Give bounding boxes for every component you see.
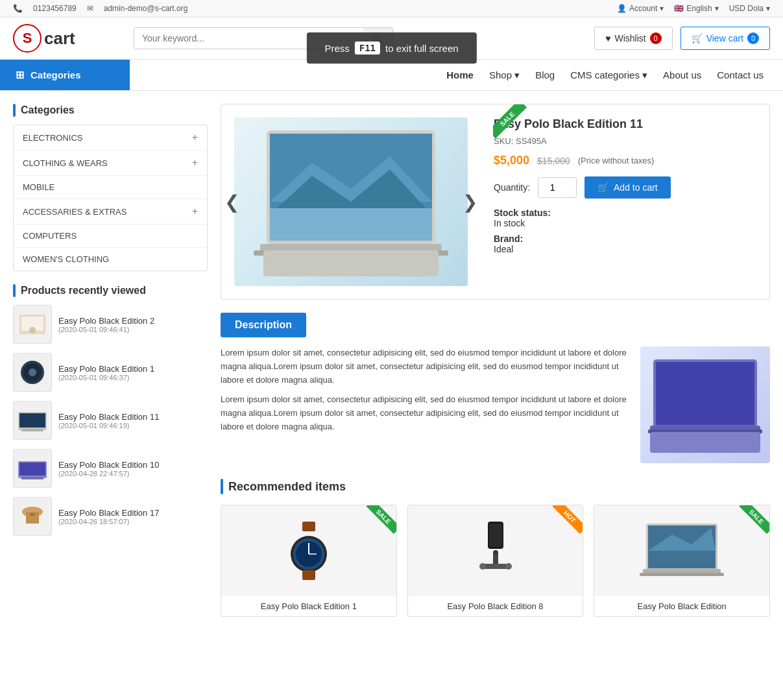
svg-point-2 xyxy=(29,327,36,333)
svg-rect-41 xyxy=(483,564,509,569)
description-image xyxy=(640,346,770,463)
view-cart-button[interactable]: 🛒 View cart 0 xyxy=(681,27,770,50)
cart-label: View cart xyxy=(706,33,743,43)
recent-product-2[interactable]: Easy Polo Black Edition 1 (2020-05-01 09… xyxy=(13,353,208,392)
product-main-image xyxy=(234,117,468,286)
recent-product-3[interactable]: Easy Polo Black Edition 11 (2020-05-01 0… xyxy=(13,401,208,440)
product-area: ❮ xyxy=(221,104,770,617)
account-link[interactable]: 👤 Account ▾ xyxy=(617,4,664,13)
rec-item-name-1: Easy Polo Black Edition 1 xyxy=(221,596,396,616)
product-sku: SKU: SS495A xyxy=(494,136,756,146)
fullscreen-suffix: to exit full screen xyxy=(385,43,459,54)
rec-badge-hot-2: HOT xyxy=(550,505,583,538)
svg-point-43 xyxy=(505,563,512,570)
recent-product-img-1 xyxy=(13,305,52,344)
categories-label: Categories xyxy=(30,69,81,80)
svg-rect-23 xyxy=(263,250,439,276)
top-bar-right: 👤 Account ▾ 🇬🇧 English ▾ USD Dola ▾ xyxy=(617,4,770,13)
fullscreen-overlay: Press F11 to exit full screen xyxy=(306,32,476,64)
logo-text: cart xyxy=(44,29,75,49)
wishlist-button[interactable]: ♥ Wishlist 0 xyxy=(594,27,673,50)
nav-bar: ⊞ Categories Home Shop ▾ Blog CMS catego… xyxy=(0,60,783,91)
categories-button[interactable]: ⊞ Categories xyxy=(0,60,130,90)
description-content: Lorem ipsum dolor sit amet, consectetur … xyxy=(221,346,770,463)
svg-rect-7 xyxy=(19,413,45,428)
cart-icon: 🛒 xyxy=(692,33,703,43)
logo-icon: S xyxy=(13,24,42,53)
expand-icon: + xyxy=(192,157,198,169)
expand-icon: + xyxy=(192,132,198,143)
fullscreen-key: F11 xyxy=(355,42,380,54)
logo[interactable]: S cart xyxy=(13,24,110,53)
gallery-prev-button[interactable]: ❮ xyxy=(224,191,239,213)
recent-product-4[interactable]: Easy Polo Black Edition 10 (2020-04-28 2… xyxy=(13,449,208,488)
quantity-input[interactable] xyxy=(538,177,577,198)
add-to-cart-button[interactable]: 🛒 Add to cart xyxy=(584,176,671,199)
currency-link[interactable]: USD Dola ▾ xyxy=(729,4,770,13)
nav-contact[interactable]: Contact us xyxy=(717,69,764,80)
nav-home[interactable]: Home xyxy=(446,69,474,80)
category-list: ELECTRONICS+ CLOTHING & WEARS+ MOBILE AC… xyxy=(13,125,208,271)
sale-ribbon: SALE xyxy=(493,104,529,141)
grid-icon: ⊞ xyxy=(16,69,24,81)
svg-rect-20 xyxy=(270,208,432,241)
svg-rect-36 xyxy=(302,570,315,580)
gallery-next-button[interactable]: ❯ xyxy=(463,191,477,213)
category-accessories[interactable]: ACCESSARIES & EXTRAS+ xyxy=(14,199,207,224)
recent-product-5[interactable]: Easy Polo Black Edition 17 (2020-04-26 1… xyxy=(13,497,208,536)
description-text: Lorem ipsum dolor sit amet, consectetur … xyxy=(221,346,627,434)
recommended-section: Recommended items xyxy=(221,479,770,617)
rec-item-1[interactable]: SALE Easy Polo Black Edition 1 xyxy=(221,505,397,617)
product-gallery: ❮ xyxy=(221,104,481,299)
svg-rect-30 xyxy=(302,522,315,531)
svg-rect-8 xyxy=(21,429,43,431)
recent-product-img-5 xyxy=(13,497,52,536)
description-para-2: Lorem ipsum dolor sit amet, consectetur … xyxy=(221,393,627,433)
quantity-label: Quantity: xyxy=(494,182,530,193)
stock-row: Stock status: In stock xyxy=(494,208,756,228)
category-computers[interactable]: COMPUTERS xyxy=(14,224,207,248)
rec-item-3[interactable]: SALE Easy Polo Black Edition xyxy=(594,505,770,617)
category-clothing[interactable]: CLOTHING & WEARS+ xyxy=(14,151,207,176)
top-bar: 📞 0123456789 ✉ admin-demo@s-cart.org 👤 A… xyxy=(0,0,783,18)
svg-rect-29 xyxy=(656,362,754,425)
email-address: admin-demo@s-cart.org xyxy=(104,4,188,13)
recent-product-info-2: Easy Polo Black Edition 1 (2020-05-01 09… xyxy=(58,364,208,381)
currency-dropdown-icon: ▾ xyxy=(766,4,770,13)
price-sale: $5,000 xyxy=(494,154,529,167)
main-content: Categories ELECTRONICS+ CLOTHING & WEARS… xyxy=(0,91,783,630)
svg-rect-49 xyxy=(640,573,724,576)
top-bar-left: 📞 0123456789 ✉ admin-demo@s-cart.org xyxy=(13,4,187,13)
nav-blog[interactable]: Blog xyxy=(535,69,555,80)
phone-icon: 📞 xyxy=(13,4,23,13)
email-icon: ✉ xyxy=(87,4,93,13)
product-main: ❮ xyxy=(221,104,770,300)
recent-product-1[interactable]: Easy Polo Black Edition 2 (2020-05-01 09… xyxy=(13,305,208,344)
brand-row: Brand: Ideal xyxy=(494,234,756,254)
description-button[interactable]: Description xyxy=(221,313,306,337)
nav-links: Home Shop ▾ Blog CMS categories ▾ About … xyxy=(427,60,783,90)
recent-section-title: Products recently viewed xyxy=(13,284,208,297)
language-link[interactable]: 🇬🇧 English ▾ xyxy=(674,4,718,13)
recent-product-img-3 xyxy=(13,401,52,440)
rec-badge-sale-3: SALE xyxy=(737,505,769,538)
svg-rect-11 xyxy=(21,477,43,479)
category-mobile[interactable]: MOBILE xyxy=(14,176,207,199)
category-womens[interactable]: WOMEN'S CLOTHING xyxy=(14,248,207,271)
header-actions: ♥ Wishlist 0 🛒 View cart 0 xyxy=(594,27,770,50)
wishlist-label: Wishlist xyxy=(614,33,645,43)
category-electronics[interactable]: ELECTRONICS+ xyxy=(14,125,207,151)
nav-cms[interactable]: CMS categories ▾ xyxy=(570,69,647,80)
flag-icon: 🇬🇧 xyxy=(674,4,684,13)
fullscreen-prefix: Press xyxy=(324,43,349,54)
description-laptop-svg xyxy=(647,353,764,457)
quantity-row: Quantity: 🛒 Add to cart xyxy=(494,176,756,199)
rec-item-2[interactable]: HOT Easy Polo Black Edition 8 xyxy=(407,505,584,617)
nav-about[interactable]: About us xyxy=(663,69,701,80)
heart-icon: ♥ xyxy=(605,33,610,43)
nav-shop[interactable]: Shop ▾ xyxy=(489,69,520,80)
wishlist-count: 0 xyxy=(650,32,662,44)
rec-badge-sale-1: SALE xyxy=(364,505,396,538)
recommended-grid: SALE Easy Polo Black Edition 1 xyxy=(221,505,770,617)
rec-item-img-3: SALE xyxy=(594,505,769,596)
